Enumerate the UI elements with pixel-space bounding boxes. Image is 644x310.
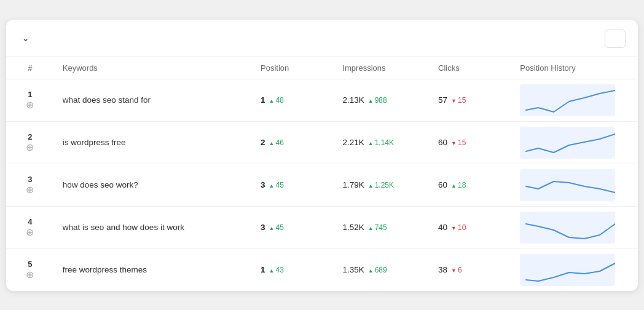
impressions-delta: 1.25K [368,181,394,189]
row-number: 5 [28,260,32,269]
position-history-chart [520,127,615,159]
card-title: ⌄ [18,34,29,43]
clicks-delta: 18 [451,181,466,189]
keyword-cell: what does seo stand for [54,79,252,121]
row-number: 1 [28,90,32,99]
position-history-chart [520,212,615,244]
col-keyword: Keywords [54,57,252,79]
row-number: 4 [28,217,32,226]
more-options-button[interactable] [605,30,626,48]
table-header-row: # Keywords Position Impressions Clicks P… [6,57,638,79]
col-num: # [6,57,54,79]
position-history-chart [520,169,615,201]
col-position: Position [252,57,334,79]
clicks-cell: 6018 [430,164,511,206]
position-history-chart [520,84,615,116]
position-value: 3 [261,223,265,232]
keyword-text: what is seo and how does it work [63,223,184,232]
row-num-cell: 1 ⊕ [6,79,54,121]
table-row: 5 ⊕ free wordpress themes1431.35K689386 [6,248,638,291]
table-row: 4 ⊕ what is seo and how does it work3451… [6,206,638,248]
position-delta: 45 [269,223,284,232]
chart-cell [511,79,638,121]
svg-rect-2 [520,169,615,201]
keyword-cell: free wordpress themes [54,248,252,291]
impressions-delta: 988 [368,96,387,105]
position-value: 1 [261,265,265,274]
clicks-delta: 6 [451,266,462,274]
row-number: 3 [28,175,32,184]
chart-cell [511,121,638,164]
position-value: 2 [261,138,265,147]
col-clicks: Clicks [430,57,511,79]
keyword-cell: how does seo work? [54,164,252,206]
add-icon[interactable]: ⊕ [26,143,34,153]
keyword-text: free wordpress themes [63,265,147,274]
impressions-value: 1.52K [342,223,364,232]
position-delta: 46 [269,138,284,147]
svg-rect-3 [520,212,615,244]
row-num-cell: 3 ⊕ [6,164,54,206]
add-icon[interactable]: ⊕ [26,100,34,110]
keyword-text: is wordpress free [63,138,126,147]
col-position-history: Position History [511,57,638,79]
svg-rect-0 [520,84,615,116]
add-icon[interactable]: ⊕ [26,228,34,237]
add-icon[interactable]: ⊕ [26,270,34,280]
position-delta: 43 [269,266,284,274]
position-cell: 345 [252,206,334,248]
chart-cell [511,248,638,291]
position-cell: 143 [252,248,334,291]
impressions-cell: 1.52K745 [334,206,430,248]
position-delta: 45 [269,181,284,189]
chart-cell [511,164,638,206]
chart-cell [511,206,638,248]
clicks-value: 57 [438,95,447,105]
clicks-value: 60 [438,180,447,189]
impressions-value: 1.79K [342,180,364,189]
card-header: ⌄ [6,20,638,57]
row-number: 2 [28,132,32,141]
table-row: 1 ⊕ what does seo stand for1482.13K98857… [6,79,638,121]
table-row: 2 ⊕ is wordpress free2462.21K1.14K6015 [6,121,638,164]
clicks-value: 40 [438,223,447,232]
row-num-cell: 2 ⊕ [6,121,54,164]
winning-keywords-card: ⌄ # Keywords Position Impressions Clicks… [6,20,638,291]
impressions-cell: 1.35K689 [334,248,430,291]
clicks-delta: 15 [451,96,466,105]
impressions-cell: 2.13K988 [334,79,430,121]
clicks-delta: 15 [451,138,466,147]
position-value: 3 [261,180,265,189]
impressions-value: 2.13K [342,95,364,105]
clicks-cell: 4010 [430,206,511,248]
impressions-delta: 745 [368,223,387,232]
add-icon[interactable]: ⊕ [26,185,34,195]
row-num-cell: 5 ⊕ [6,248,54,291]
position-value: 1 [261,95,265,105]
keyword-cell: what is seo and how does it work [54,206,252,248]
clicks-cell: 386 [430,248,511,291]
impressions-delta: 689 [368,266,387,274]
col-impressions: Impressions [334,57,430,79]
position-cell: 148 [252,79,334,121]
impressions-value: 1.35K [342,265,364,274]
position-cell: 345 [252,164,334,206]
table-row: 3 ⊕ how does seo work?3451.79K1.25K6018 [6,164,638,206]
keywords-table: # Keywords Position Impressions Clicks P… [6,57,638,291]
keyword-text: how does seo work? [63,180,138,189]
chevron-down-icon[interactable]: ⌄ [22,34,29,43]
impressions-value: 2.21K [342,138,364,147]
row-num-cell: 4 ⊕ [6,206,54,248]
keyword-text: what does seo stand for [63,95,151,105]
clicks-delta: 10 [451,223,466,232]
keyword-cell: is wordpress free [54,121,252,164]
clicks-value: 60 [438,138,447,147]
impressions-cell: 1.79K1.25K [334,164,430,206]
position-history-chart [520,254,615,286]
impressions-cell: 2.21K1.14K [334,121,430,164]
impressions-delta: 1.14K [368,138,394,147]
clicks-cell: 6015 [430,121,511,164]
position-delta: 48 [269,96,284,105]
clicks-cell: 5715 [430,79,511,121]
position-cell: 246 [252,121,334,164]
